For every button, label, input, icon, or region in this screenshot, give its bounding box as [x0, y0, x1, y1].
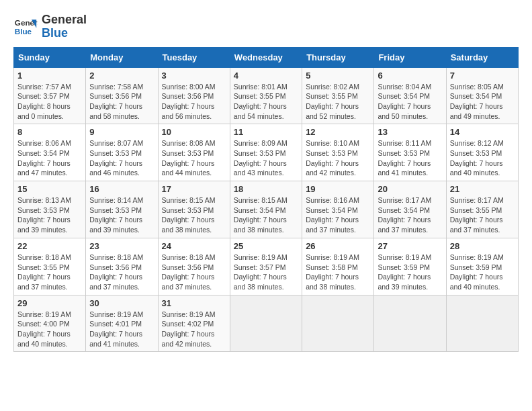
day-info: Sunrise: 8:11 AM Sunset: 3:53 PM Dayligh…: [378, 138, 442, 178]
day-number: 29: [17, 298, 82, 308]
calendar-cell: 17 Sunrise: 8:15 AM Sunset: 3:53 PM Dayl…: [158, 181, 230, 238]
day-number: 14: [450, 127, 515, 137]
calendar-cell: [302, 295, 374, 352]
calendar-week-row: 29 Sunrise: 8:19 AM Sunset: 4:00 PM Dayl…: [14, 295, 519, 352]
calendar-week-row: 8 Sunrise: 8:06 AM Sunset: 3:54 PM Dayli…: [14, 124, 519, 181]
day-number: 6: [378, 71, 442, 81]
calendar-cell: 29 Sunrise: 8:19 AM Sunset: 4:00 PM Dayl…: [14, 295, 86, 352]
day-info: Sunrise: 8:05 AM Sunset: 3:54 PM Dayligh…: [450, 82, 515, 122]
calendar-cell: 13 Sunrise: 8:11 AM Sunset: 3:53 PM Dayl…: [374, 124, 446, 181]
day-info: Sunrise: 8:07 AM Sunset: 3:53 PM Dayligh…: [89, 138, 154, 178]
calendar-week-row: 22 Sunrise: 8:18 AM Sunset: 3:55 PM Dayl…: [14, 238, 519, 295]
logo-icon: General Blue: [13, 15, 38, 39]
calendar-cell: 1 Sunrise: 7:57 AM Sunset: 3:57 PM Dayli…: [14, 67, 86, 124]
day-number: 12: [306, 127, 370, 137]
calendar-cell: 26 Sunrise: 8:19 AM Sunset: 3:58 PM Dayl…: [302, 238, 374, 295]
day-info: Sunrise: 8:17 AM Sunset: 3:54 PM Dayligh…: [378, 195, 442, 235]
day-number: 13: [378, 127, 442, 137]
day-info: Sunrise: 8:18 AM Sunset: 3:56 PM Dayligh…: [89, 253, 154, 292]
calendar-cell: 9 Sunrise: 8:07 AM Sunset: 3:53 PM Dayli…: [86, 124, 158, 181]
day-number: 16: [89, 184, 154, 194]
day-number: 28: [450, 241, 515, 251]
day-number: 23: [89, 241, 154, 251]
day-info: Sunrise: 8:12 AM Sunset: 3:53 PM Dayligh…: [450, 138, 515, 178]
calendar-cell: 5 Sunrise: 8:02 AM Sunset: 3:55 PM Dayli…: [302, 67, 374, 124]
calendar-cell: 15 Sunrise: 8:13 AM Sunset: 3:53 PM Dayl…: [14, 181, 86, 238]
calendar-cell: [446, 295, 518, 352]
day-info: Sunrise: 7:57 AM Sunset: 3:57 PM Dayligh…: [17, 82, 82, 122]
day-info: Sunrise: 8:15 AM Sunset: 3:53 PM Dayligh…: [162, 195, 226, 235]
calendar-cell: 20 Sunrise: 8:17 AM Sunset: 3:54 PM Dayl…: [374, 181, 446, 238]
calendar-cell: 24 Sunrise: 8:18 AM Sunset: 3:56 PM Dayl…: [158, 238, 230, 295]
calendar-cell: 21 Sunrise: 8:17 AM Sunset: 3:55 PM Dayl…: [446, 181, 518, 238]
logo: General Blue General Blue: [13, 13, 87, 40]
calendar-cell: 7 Sunrise: 8:05 AM Sunset: 3:54 PM Dayli…: [446, 67, 518, 124]
day-info: Sunrise: 8:15 AM Sunset: 3:54 PM Dayligh…: [234, 195, 298, 235]
calendar-cell: 31 Sunrise: 8:19 AM Sunset: 4:02 PM Dayl…: [158, 295, 230, 352]
day-number: 18: [234, 184, 298, 194]
calendar-cell: 27 Sunrise: 8:19 AM Sunset: 3:59 PM Dayl…: [374, 238, 446, 295]
logo-text: General Blue: [42, 13, 87, 40]
day-info: Sunrise: 8:02 AM Sunset: 3:55 PM Dayligh…: [306, 82, 370, 122]
day-number: 30: [89, 298, 154, 308]
calendar-cell: 16 Sunrise: 8:14 AM Sunset: 3:53 PM Dayl…: [86, 181, 158, 238]
day-number: 4: [234, 71, 298, 81]
day-info: Sunrise: 8:19 AM Sunset: 4:02 PM Dayligh…: [162, 310, 226, 349]
calendar-cell: 6 Sunrise: 8:04 AM Sunset: 3:54 PM Dayli…: [374, 67, 446, 124]
weekday-wednesday: Wednesday: [230, 47, 302, 67]
calendar-cell: 4 Sunrise: 8:01 AM Sunset: 3:55 PM Dayli…: [230, 67, 302, 124]
day-number: 5: [306, 71, 370, 81]
calendar-cell: 18 Sunrise: 8:15 AM Sunset: 3:54 PM Dayl…: [230, 181, 302, 238]
calendar-cell: 8 Sunrise: 8:06 AM Sunset: 3:54 PM Dayli…: [14, 124, 86, 181]
calendar-cell: 14 Sunrise: 8:12 AM Sunset: 3:53 PM Dayl…: [446, 124, 518, 181]
calendar-table: SundayMondayTuesdayWednesdayThursdayFrid…: [13, 47, 519, 353]
day-number: 17: [162, 184, 226, 194]
calendar-cell: 12 Sunrise: 8:10 AM Sunset: 3:53 PM Dayl…: [302, 124, 374, 181]
calendar-week-row: 1 Sunrise: 7:57 AM Sunset: 3:57 PM Dayli…: [14, 67, 519, 124]
weekday-thursday: Thursday: [302, 47, 374, 67]
day-info: Sunrise: 8:08 AM Sunset: 3:53 PM Dayligh…: [162, 138, 226, 178]
calendar-cell: 2 Sunrise: 7:58 AM Sunset: 3:56 PM Dayli…: [86, 67, 158, 124]
day-number: 20: [378, 184, 442, 194]
day-info: Sunrise: 8:14 AM Sunset: 3:53 PM Dayligh…: [89, 195, 154, 235]
day-info: Sunrise: 8:10 AM Sunset: 3:53 PM Dayligh…: [306, 138, 370, 178]
calendar-cell: 22 Sunrise: 8:18 AM Sunset: 3:55 PM Dayl…: [14, 238, 86, 295]
day-info: Sunrise: 8:19 AM Sunset: 4:01 PM Dayligh…: [89, 310, 154, 349]
day-number: 9: [89, 127, 154, 137]
day-number: 2: [89, 71, 154, 81]
weekday-header-row: SundayMondayTuesdayWednesdayThursdayFrid…: [14, 47, 519, 67]
day-info: Sunrise: 8:01 AM Sunset: 3:55 PM Dayligh…: [234, 82, 298, 122]
calendar-cell: 25 Sunrise: 8:19 AM Sunset: 3:57 PM Dayl…: [230, 238, 302, 295]
day-number: 22: [17, 241, 82, 251]
calendar-cell: 19 Sunrise: 8:16 AM Sunset: 3:54 PM Dayl…: [302, 181, 374, 238]
calendar-cell: 30 Sunrise: 8:19 AM Sunset: 4:01 PM Dayl…: [86, 295, 158, 352]
day-info: Sunrise: 8:18 AM Sunset: 3:55 PM Dayligh…: [17, 253, 82, 292]
day-number: 25: [234, 241, 298, 251]
day-info: Sunrise: 8:19 AM Sunset: 4:00 PM Dayligh…: [17, 310, 82, 349]
day-number: 11: [234, 127, 298, 137]
day-number: 1: [17, 71, 82, 81]
day-info: Sunrise: 8:00 AM Sunset: 3:56 PM Dayligh…: [162, 82, 226, 122]
day-number: 24: [162, 241, 226, 251]
day-number: 31: [162, 298, 226, 308]
calendar-cell: 11 Sunrise: 8:09 AM Sunset: 3:53 PM Dayl…: [230, 124, 302, 181]
calendar-cell: [374, 295, 446, 352]
page-header: General Blue General Blue: [13, 13, 519, 40]
svg-text:Blue: Blue: [15, 27, 32, 36]
day-number: 8: [17, 127, 82, 137]
day-number: 26: [306, 241, 370, 251]
weekday-saturday: Saturday: [446, 47, 518, 67]
calendar-body: 1 Sunrise: 7:57 AM Sunset: 3:57 PM Dayli…: [14, 67, 519, 352]
day-number: 7: [450, 71, 515, 81]
day-number: 19: [306, 184, 370, 194]
calendar-cell: 10 Sunrise: 8:08 AM Sunset: 3:53 PM Dayl…: [158, 124, 230, 181]
day-info: Sunrise: 8:06 AM Sunset: 3:54 PM Dayligh…: [17, 138, 82, 178]
day-info: Sunrise: 7:58 AM Sunset: 3:56 PM Dayligh…: [89, 82, 154, 122]
day-number: 15: [17, 184, 82, 194]
weekday-friday: Friday: [374, 47, 446, 67]
weekday-monday: Monday: [86, 47, 158, 67]
day-info: Sunrise: 8:04 AM Sunset: 3:54 PM Dayligh…: [378, 82, 442, 122]
calendar-cell: 28 Sunrise: 8:19 AM Sunset: 3:59 PM Dayl…: [446, 238, 518, 295]
day-info: Sunrise: 8:18 AM Sunset: 3:56 PM Dayligh…: [162, 253, 226, 292]
weekday-sunday: Sunday: [14, 47, 86, 67]
